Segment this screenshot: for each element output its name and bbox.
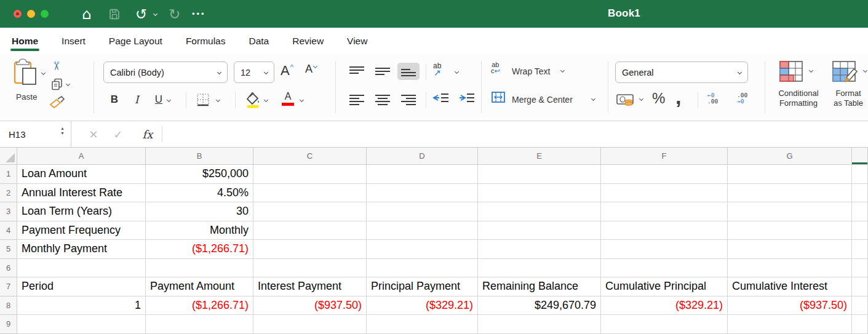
column-header-f[interactable]: F [601, 148, 728, 165]
conditional-formatting-label[interactable]: Conditional Formatting [770, 89, 827, 108]
cell-h9[interactable] [852, 315, 868, 334]
cell-e1[interactable] [478, 165, 601, 184]
row-header-8[interactable]: 8 [0, 296, 17, 316]
align-top-button[interactable] [346, 63, 368, 80]
cell-e2[interactable] [478, 184, 601, 203]
comma-style-button[interactable]: , [675, 85, 681, 109]
cell-e4[interactable] [478, 221, 601, 241]
row-header-7[interactable]: 7 [0, 277, 17, 296]
row-header-2[interactable]: 2 [0, 184, 17, 203]
cell-b4[interactable]: Monthly [146, 221, 253, 241]
cell-f6[interactable] [601, 259, 728, 278]
cell-b6[interactable] [146, 259, 253, 278]
row-header-6[interactable]: 6 [0, 259, 17, 278]
cell-f4[interactable] [601, 221, 728, 241]
cell-g2[interactable] [728, 184, 852, 203]
row-header-3[interactable]: 3 [0, 202, 17, 221]
cell-g7[interactable]: Cumulative Interest [728, 277, 852, 296]
cell-h2[interactable] [852, 184, 868, 203]
name-box[interactable]: H13 ▲▼ [0, 121, 71, 147]
cell-f5[interactable] [601, 240, 728, 259]
select-all-corner[interactable] [0, 148, 17, 165]
undo-chevron-icon[interactable] [154, 0, 157, 28]
cell-h8[interactable] [852, 296, 868, 316]
cell-a9[interactable] [17, 315, 146, 334]
bold-button[interactable]: B [108, 91, 121, 108]
cell-h3[interactable] [852, 202, 868, 221]
column-header-h[interactable] [852, 148, 868, 165]
align-left-button[interactable] [346, 91, 368, 108]
tab-view[interactable]: View [346, 30, 368, 52]
cell-b3[interactable]: 30 [146, 202, 253, 221]
cell-c7[interactable]: Interest Payment [253, 277, 367, 296]
cell-c3[interactable] [253, 202, 367, 221]
save-icon[interactable] [108, 0, 121, 28]
cell-a8[interactable]: 1 [17, 296, 146, 316]
tab-page-layout[interactable]: Page Layout [108, 30, 164, 52]
cell-e7[interactable]: Remaining Balance [478, 277, 601, 296]
accounting-chevron-icon[interactable] [640, 97, 643, 100]
orientation-chevron-icon[interactable] [455, 70, 458, 73]
column-header-a[interactable]: A [17, 148, 146, 165]
undo-icon[interactable]: ↺ [135, 0, 147, 28]
more-commands-icon[interactable]: ••• [192, 0, 206, 28]
column-header-b[interactable]: B [146, 148, 253, 165]
cell-d6[interactable] [367, 259, 478, 278]
cell-d4[interactable] [367, 221, 478, 241]
column-header-e[interactable]: E [478, 148, 601, 165]
cell-d7[interactable]: Principal Payment [367, 277, 478, 296]
cell-f7[interactable]: Cumulative Principal [601, 277, 728, 296]
font-name-select[interactable]: Calibri (Body) [103, 62, 228, 83]
cell-a2[interactable]: Annual Interest Rate [17, 184, 146, 203]
row-header-4[interactable]: 4 [0, 221, 17, 241]
number-format-select[interactable]: General [615, 62, 748, 83]
home-icon[interactable]: ⌂ [82, 0, 91, 28]
text-orientation-icon[interactable]: ab ↗ [433, 62, 441, 78]
cell-h6[interactable] [852, 259, 868, 278]
wrap-text-chevron-icon[interactable] [561, 69, 564, 72]
tab-formulas[interactable]: Formulas [185, 30, 227, 52]
column-header-c[interactable]: C [253, 148, 367, 165]
cell-e9[interactable] [478, 315, 601, 334]
copy-chevron-icon[interactable] [66, 82, 70, 85]
cell-h1[interactable] [852, 165, 868, 184]
cell-e6[interactable] [478, 259, 601, 278]
cell-a5[interactable]: Monthly Payment [17, 240, 146, 259]
cancel-icon[interactable]: ✕ [84, 121, 103, 147]
cell-d5[interactable] [367, 240, 478, 259]
font-size-select[interactable]: 12 [234, 62, 274, 83]
decrease-decimal-button[interactable]: .00→0 [737, 92, 747, 105]
cell-g5[interactable] [728, 240, 852, 259]
minimize-button[interactable] [27, 10, 35, 18]
merge-center-label[interactable]: Merge & Center [512, 95, 573, 105]
cell-d1[interactable] [367, 165, 478, 184]
cell-f9[interactable] [601, 315, 728, 334]
wrap-text-label[interactable]: Wrap Text [512, 66, 551, 76]
column-header-d[interactable]: D [367, 148, 478, 165]
cell-a1[interactable]: Loan Amount [17, 165, 146, 184]
cell-e5[interactable] [478, 240, 601, 259]
cell-d8[interactable]: ($329.21) [367, 296, 478, 316]
cell-c8[interactable]: ($937.50) [253, 296, 367, 316]
cell-h4[interactable] [852, 221, 868, 241]
cell-g8[interactable]: ($937.50) [728, 296, 852, 316]
cell-h5[interactable] [852, 240, 868, 259]
formula-input[interactable] [167, 124, 862, 145]
underline-chevron-icon[interactable] [167, 98, 170, 101]
increase-indent-icon[interactable] [458, 92, 475, 105]
close-button[interactable] [14, 10, 22, 18]
tab-home[interactable]: Home [10, 30, 39, 52]
cell-d3[interactable] [367, 202, 478, 221]
cell-f3[interactable] [601, 202, 728, 221]
paste-button[interactable] [9, 58, 42, 87]
borders-chevron-icon[interactable] [217, 98, 220, 101]
cell-b2[interactable]: 4.50% [146, 184, 253, 203]
tab-insert[interactable]: Insert [60, 30, 87, 52]
italic-button[interactable]: I [130, 91, 143, 108]
cell-f2[interactable] [601, 184, 728, 203]
align-center-button[interactable] [372, 91, 394, 108]
cell-f8[interactable]: ($329.21) [601, 296, 728, 316]
fill-color-icon[interactable] [245, 91, 261, 108]
increase-font-size-button[interactable]: A^ [281, 63, 293, 79]
increase-decimal-button[interactable]: ←0.00 [707, 92, 718, 105]
